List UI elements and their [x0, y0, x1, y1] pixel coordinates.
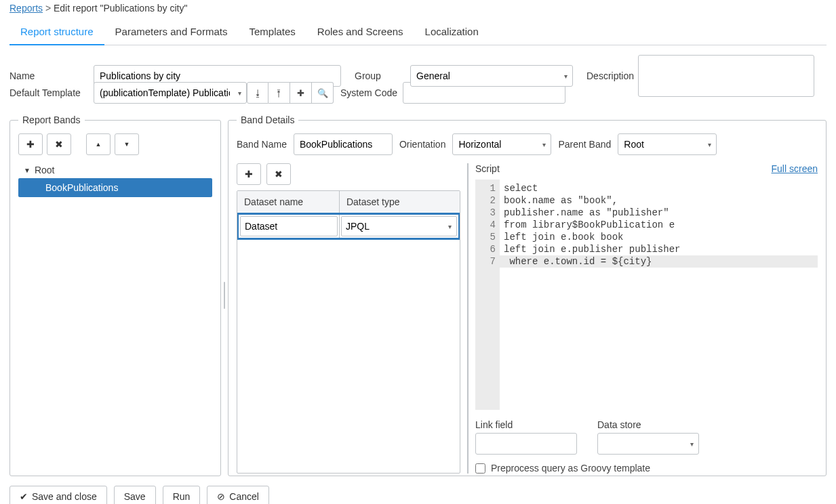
splitter-handle[interactable]	[221, 114, 228, 476]
group-label: Group	[355, 70, 406, 81]
band-remove-button[interactable]: ✖	[47, 133, 71, 155]
tab-templates[interactable]: Templates	[238, 19, 306, 45]
dataset-type-select[interactable]	[341, 216, 457, 236]
parent-band-label: Parent Band	[558, 139, 611, 150]
caret-down-icon: ▼	[124, 141, 130, 148]
link-field-input[interactable]	[475, 433, 577, 455]
band-details-legend: Band Details	[237, 114, 298, 125]
preprocess-checkbox[interactable]	[475, 463, 485, 474]
tree-item-bookpublications[interactable]: BookPublications	[18, 178, 212, 197]
template-upload-button[interactable]: ⭱	[268, 82, 290, 104]
dataset-name-input[interactable]	[240, 216, 338, 236]
plus-icon: ✚	[26, 139, 35, 150]
group-select[interactable]	[410, 65, 573, 87]
tab-parameters-formats[interactable]: Parameters and Formats	[104, 19, 239, 45]
breadcrumb-separator: >	[45, 3, 54, 14]
breadcrumb-current: Edit report "Publications by city"	[54, 3, 187, 14]
bands-tree: ▼ Root BookPublications	[18, 162, 212, 197]
system-code-label: System Code	[340, 87, 399, 98]
template-download-button[interactable]: ⭳	[247, 82, 268, 104]
tree-caret-icon: ▼	[24, 167, 31, 174]
breadcrumb-root-link[interactable]: Reports	[9, 3, 43, 14]
orientation-select[interactable]	[452, 133, 551, 155]
tab-roles-screens[interactable]: Roles and Screens	[306, 19, 414, 45]
full-screen-link[interactable]: Full screen	[772, 163, 818, 174]
orientation-label: Orientation	[399, 139, 445, 150]
template-add-button[interactable]: ✚	[290, 82, 312, 104]
dataset-table: Dataset name Dataset type	[237, 190, 460, 474]
check-icon: ✔	[20, 491, 28, 502]
script-label: Script	[475, 163, 500, 174]
dataset-add-button[interactable]: ✚	[237, 163, 261, 185]
cancel-button[interactable]: ⊘ Cancel	[207, 486, 269, 504]
parent-band-select[interactable]	[618, 133, 717, 155]
default-template-select[interactable]	[94, 82, 247, 104]
band-name-label: Band Name	[237, 139, 287, 150]
data-store-select[interactable]	[597, 433, 699, 455]
default-template-label: Default Template	[9, 87, 89, 98]
code-body[interactable]: select book.name as "book", publisher.na…	[500, 180, 818, 410]
tab-localization[interactable]: Localization	[414, 19, 490, 45]
times-icon: ✖	[275, 169, 283, 180]
download-icon: ⭳	[254, 88, 262, 98]
upload-icon: ⭱	[275, 88, 283, 98]
report-bands-fieldset: Report Bands ✚ ✖ ▲ ▼ ▼ Root BookPublicat…	[9, 114, 221, 476]
plus-icon: ✚	[297, 88, 304, 98]
dataset-row[interactable]: ▾	[237, 213, 460, 240]
dataset-remove-button[interactable]: ✖	[266, 163, 291, 185]
preprocess-label: Preprocess query as Groovy template	[491, 463, 650, 474]
band-add-button[interactable]: ✚	[18, 133, 43, 155]
description-textarea[interactable]	[638, 55, 814, 97]
save-and-close-button[interactable]: ✔ Save and close	[9, 486, 107, 504]
plus-icon: ✚	[245, 169, 253, 180]
code-gutter: 1234567	[475, 180, 500, 410]
caret-up-icon: ▲	[96, 141, 102, 148]
band-details-fieldset: Band Details Band Name Orientation ▾ Par…	[228, 114, 827, 476]
ban-icon: ⊘	[217, 491, 225, 502]
link-field-label: Link field	[475, 419, 577, 430]
template-search-button[interactable]: 🔍	[312, 82, 334, 104]
times-icon: ✖	[55, 139, 63, 150]
data-store-label: Data store	[597, 419, 699, 430]
tabs: Report structure Parameters and Formats …	[9, 19, 827, 45]
description-label: Description	[586, 70, 634, 81]
report-bands-legend: Report Bands	[18, 114, 85, 125]
name-label: Name	[9, 70, 89, 81]
save-button[interactable]: Save	[114, 486, 156, 504]
tree-root-label: Root	[35, 165, 55, 175]
band-move-down-button[interactable]: ▼	[115, 133, 139, 155]
breadcrumb: Reports > Edit report "Publications by c…	[9, 0, 827, 19]
run-button[interactable]: Run	[163, 486, 201, 504]
band-name-input[interactable]	[294, 133, 393, 155]
template-icon-buttons: ⭳ ⭱ ✚ 🔍	[247, 82, 334, 104]
search-icon: 🔍	[317, 88, 328, 98]
band-move-up-button[interactable]: ▲	[86, 133, 111, 155]
dataset-name-header: Dataset name	[237, 191, 340, 213]
tree-root-item[interactable]: ▼ Root	[18, 162, 212, 178]
tab-report-structure[interactable]: Report structure	[9, 19, 104, 45]
dataset-type-header: Dataset type	[340, 191, 460, 213]
script-editor[interactable]: 1234567 select book.name as "book", publ…	[475, 180, 818, 410]
